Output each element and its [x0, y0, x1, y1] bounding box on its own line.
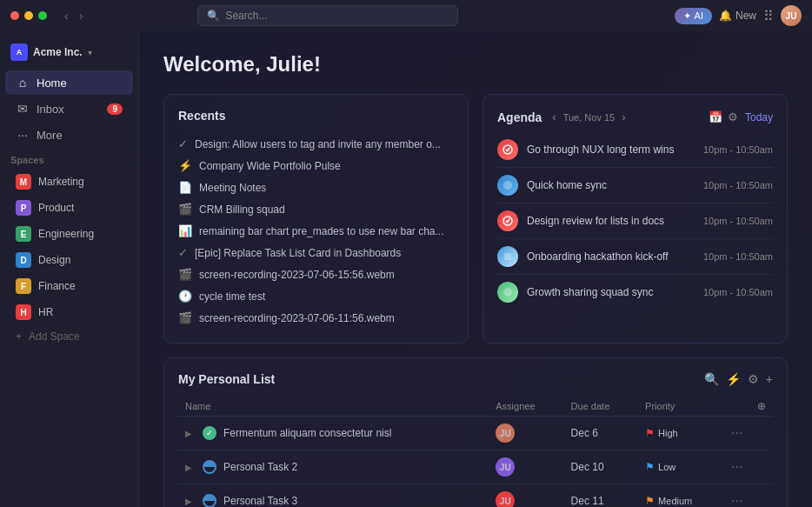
recent-item-6[interactable]: 🎬 screen-recording-2023-07-06-15:56.webm — [178, 264, 454, 285]
agenda-date: Tue, Nov 15 — [563, 112, 616, 123]
priority-1: ⚑ Low — [645, 461, 717, 473]
expand-button-1[interactable]: ▶ — [185, 463, 192, 472]
recent-item-5[interactable]: ✓ [Epic] Replace Task List Card in Dashb… — [178, 242, 454, 264]
search-bar[interactable]: 🔍 Search... — [197, 5, 458, 26]
recent-text-2: Meeting Notes — [199, 182, 266, 194]
assignee-2: JU — [496, 491, 515, 507]
task-status-2[interactable] — [203, 494, 216, 507]
task-label-2: Personal Task 3 — [223, 495, 297, 507]
expand-button-0[interactable]: ▶ — [185, 429, 192, 438]
user-avatar[interactable]: JU — [781, 5, 802, 26]
nav-arrows[interactable]: ‹ › — [61, 7, 86, 24]
back-button[interactable]: ‹ — [61, 7, 72, 24]
recent-icon-5: ✓ — [178, 246, 188, 259]
forward-button[interactable]: › — [76, 7, 87, 24]
agenda-name-1: Quick home sync — [527, 179, 695, 191]
sidebar-item-hr[interactable]: H HR — [5, 300, 133, 324]
agenda-card: Agenda ‹ Tue, Nov 15 › 📅 ⚙ Today — [483, 94, 788, 344]
task-name-1: ▶ Personal Task 2 — [185, 460, 482, 474]
add-field-button[interactable]: ⊕ — [757, 400, 766, 412]
sidebar-item-design[interactable]: D Design — [5, 248, 133, 272]
recent-item-7[interactable]: 🕐 cycle time test — [178, 285, 454, 307]
agenda-item-2[interactable]: Design review for lists in docs 10pm - 1… — [497, 203, 773, 239]
agenda-next-button[interactable]: › — [618, 109, 629, 125]
home-icon: ⌂ — [16, 76, 30, 90]
sidebar-item-product[interactable]: P Product — [5, 196, 133, 220]
sidebar-item-home[interactable]: ⌂ Home — [5, 70, 133, 95]
row-menu-2[interactable]: ··· — [731, 493, 742, 507]
agenda-item-3[interactable]: Onboarding hackathon kick-off 10pm - 10:… — [497, 239, 773, 275]
app-body: A Acme Inc. ▾ ⌂ Home ✉ Inbox 9 ··· More … — [0, 31, 812, 507]
agenda-calendar-icon[interactable]: 📅 — [709, 110, 722, 123]
due-date-2: Dec 11 — [564, 484, 639, 508]
search-tasks-button[interactable]: 🔍 — [704, 372, 719, 386]
priority-flag-0: ⚑ — [645, 427, 655, 439]
new-button[interactable]: 🔔 New — [719, 10, 756, 22]
settings-tasks-button[interactable]: ⚙ — [748, 372, 759, 386]
recent-item-1[interactable]: ⚡ Company Wide Portfolio Pulse — [178, 155, 454, 177]
agenda-item-1[interactable]: Quick home sync 10pm - 10:50am — [497, 168, 773, 203]
agenda-icon-group: 📅 ⚙ — [709, 110, 738, 123]
grid-button[interactable]: ⠿ — [763, 8, 774, 24]
task-label-0: Fermentum aliquam consectetur nisl — [223, 427, 391, 439]
close-dot — [10, 11, 19, 20]
recent-item-2[interactable]: 📄 Meeting Notes — [178, 177, 454, 198]
recent-item-4[interactable]: 📊 remaining bar chart pre_mades to use n… — [178, 220, 454, 242]
recent-item-0[interactable]: ✓ Design: Allow users to tag and invite … — [178, 133, 454, 155]
priority-flag-2: ⚑ — [645, 495, 655, 507]
finance-space-icon: F — [16, 278, 31, 294]
agenda-name-2: Design review for lists in docs — [527, 215, 695, 227]
recent-item-3[interactable]: 🎬 CRM Billing squad — [178, 198, 454, 220]
agenda-settings-icon[interactable]: ⚙ — [728, 110, 738, 123]
inbox-icon: ✉ — [16, 102, 30, 116]
sidebar-item-more[interactable]: ··· More — [5, 123, 133, 147]
task-table: Name Assignee Due date Priority ⊕ — [178, 397, 773, 507]
recent-icon-0: ✓ — [178, 137, 188, 150]
ai-button[interactable]: ✦ AI — [675, 8, 712, 24]
task-status-1[interactable] — [203, 460, 216, 474]
expand-button-2[interactable]: ▶ — [185, 497, 192, 506]
sidebar-home-label: Home — [37, 77, 67, 90]
workspace-chevron-icon: ▾ — [88, 48, 92, 57]
today-button[interactable]: Today — [745, 111, 773, 123]
add-column-button[interactable]: + — [766, 372, 773, 386]
recent-text-3: CRM Billing squad — [199, 203, 285, 216]
table-row: ▶ Personal Task 3 JU Dec 11 — [178, 484, 773, 508]
task-status-0[interactable]: ✓ — [203, 426, 216, 440]
sidebar-inbox-label: Inbox — [37, 103, 64, 116]
window-controls — [10, 11, 47, 20]
agenda-prev-button[interactable]: ‹ — [549, 109, 559, 125]
add-space-label: Add Space — [29, 330, 80, 343]
assignee-0: JU — [496, 424, 515, 443]
engineering-space-icon: E — [16, 226, 31, 242]
priority-flag-1: ⚑ — [645, 461, 655, 473]
bell-icon: 🔔 — [719, 10, 732, 22]
row-menu-1[interactable]: ··· — [731, 459, 742, 474]
personal-list-card: My Personal List 🔍 ⚡ ⚙ + Name Assignee D… — [163, 357, 788, 507]
sidebar-item-inbox[interactable]: ✉ Inbox 9 — [5, 97, 133, 121]
priority-label-2: Medium — [658, 496, 692, 506]
check-icon-0: ✓ — [206, 429, 213, 437]
design-space-icon: D — [16, 252, 31, 268]
recent-text-6: screen-recording-2023-07-06-15:56.webm — [199, 269, 395, 281]
recent-item-8[interactable]: 🎬 screen-recording-2023-07-06-11:56.webm — [178, 307, 454, 329]
task-label-1: Personal Task 2 — [223, 461, 297, 473]
sidebar-item-finance[interactable]: F Finance — [5, 274, 133, 298]
dashboard-grid: Recents ✓ Design: Allow users to tag and… — [163, 94, 788, 507]
recent-icon-8: 🎬 — [178, 311, 192, 324]
main-content: Welcome, Julie! Recents ✓ Design: Allow … — [139, 31, 812, 507]
agenda-item-4[interactable]: Growth sharing squad sync 10pm - 10:50am — [497, 275, 773, 310]
agenda-time-0: 10pm - 10:50am — [703, 144, 773, 155]
filter-tasks-button[interactable]: ⚡ — [726, 372, 741, 386]
priority-2: ⚑ Medium — [645, 495, 717, 507]
agenda-time-2: 10pm - 10:50am — [703, 216, 773, 226]
col-add: ⊕ — [750, 397, 773, 417]
plus-icon: + — [16, 330, 22, 343]
add-space-button[interactable]: + Add Space — [5, 326, 133, 347]
agenda-item-0[interactable]: Go through NUX long term wins 10pm - 10:… — [497, 132, 773, 168]
workspace-selector[interactable]: A Acme Inc. ▾ — [0, 38, 138, 66]
row-menu-0[interactable]: ··· — [731, 425, 742, 440]
sidebar-item-engineering[interactable]: E Engineering — [5, 222, 133, 246]
sidebar-item-marketing[interactable]: M Marketing — [5, 170, 133, 194]
sidebar-more-label: More — [37, 129, 63, 142]
